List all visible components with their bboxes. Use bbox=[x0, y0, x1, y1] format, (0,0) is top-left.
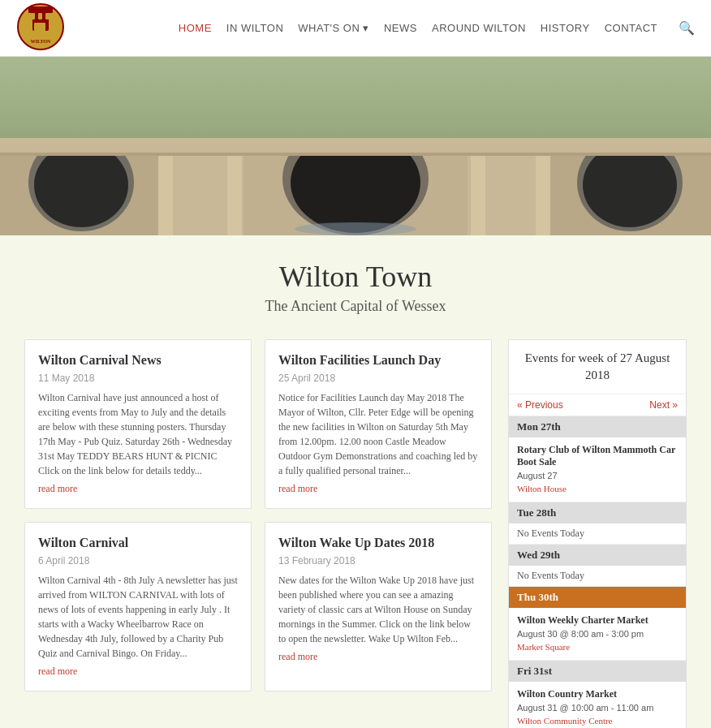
article-title-2: Wilton Carnival bbox=[38, 536, 238, 550]
nav-contact[interactable]: CONTACT bbox=[605, 22, 657, 34]
day-header-2: Wed 29th bbox=[509, 545, 686, 566]
article-card-1: Wilton Facilities Launch Day 25 April 20… bbox=[265, 339, 492, 509]
event-location-3-0[interactable]: Market Square bbox=[517, 642, 570, 652]
logo: WILTON bbox=[16, 2, 65, 54]
svg-rect-23 bbox=[0, 153, 711, 156]
event-date-0-0: August 27 bbox=[517, 471, 678, 480]
events-box: Events for week of 27 August 2018 « Prev… bbox=[508, 339, 687, 728]
articles-column: Wilton Carnival News 11 May 2018 Wilton … bbox=[24, 339, 492, 728]
article-card-2: Wilton Carnival 6 April 2018 Wilton Carn… bbox=[24, 522, 252, 691]
article-excerpt-0: Wilton Carnival have just announced a ho… bbox=[38, 390, 238, 478]
article-excerpt-2: Wilton Carnival 4th - 8th July A newslet… bbox=[38, 573, 238, 661]
event-item-4-0: Wilton Country Market August 31 @ 10:00 … bbox=[509, 682, 686, 728]
search-button[interactable]: 🔍 bbox=[679, 20, 695, 36]
hero-banner bbox=[0, 57, 711, 235]
main-content: Wilton Carnival News 11 May 2018 Wilton … bbox=[0, 331, 711, 728]
event-item-3-0: Wilton Weekly Charter Market August 30 @… bbox=[509, 608, 686, 661]
main-nav: WILTON HOME IN WILTON WHAT'S ON ▾ NEWS A… bbox=[0, 0, 711, 57]
nav-around-wilton[interactable]: AROUND WILTON bbox=[432, 22, 526, 34]
article-card-0: Wilton Carnival News 11 May 2018 Wilton … bbox=[24, 339, 252, 509]
read-more-2[interactable]: read more bbox=[38, 666, 77, 678]
site-subtitle: The Ancient Capital of Wessex bbox=[16, 298, 695, 315]
article-date-3: 13 February 2018 bbox=[278, 555, 478, 566]
hero-arch-svg bbox=[0, 138, 711, 235]
article-excerpt-3: New dates for the Wilton Wake Up 2018 ha… bbox=[278, 573, 478, 646]
article-excerpt-1: Notice for Facilities Launch day May 201… bbox=[278, 390, 478, 478]
article-date-1: 25 April 2018 bbox=[278, 373, 478, 384]
svg-rect-2 bbox=[28, 6, 53, 13]
article-date-2: 6 April 2018 bbox=[38, 555, 238, 566]
article-title-3: Wilton Wake Up Dates 2018 bbox=[278, 536, 478, 550]
event-date-3-0: August 30 @ 8:00 am - 3:00 pm bbox=[517, 629, 678, 639]
read-more-1[interactable]: read more bbox=[278, 483, 317, 495]
event-date-4-0: August 31 @ 10:00 am - 11:00 am bbox=[517, 703, 678, 713]
events-next[interactable]: Next » bbox=[649, 399, 678, 411]
event-location-4-0[interactable]: Wilton Community Centre bbox=[517, 716, 613, 726]
nav-history[interactable]: HISTORY bbox=[541, 22, 590, 34]
svg-point-24 bbox=[295, 222, 416, 235]
article-date-0: 11 May 2018 bbox=[38, 373, 238, 384]
event-title-4-0: Wilton Country Market bbox=[517, 688, 678, 700]
read-more-0[interactable]: read more bbox=[38, 483, 77, 495]
events-prev[interactable]: « Previous bbox=[517, 399, 563, 411]
articles-grid: Wilton Carnival News 11 May 2018 Wilton … bbox=[24, 339, 492, 691]
nav-news[interactable]: NEWS bbox=[384, 22, 417, 34]
svg-rect-3 bbox=[31, 13, 35, 19]
article-card-3: Wilton Wake Up Dates 2018 13 February 20… bbox=[265, 522, 492, 691]
events-title: Events for week of 27 August 2018 bbox=[509, 340, 686, 394]
svg-text:WILTON: WILTON bbox=[31, 39, 51, 44]
events-sidebar: Events for week of 27 August 2018 « Prev… bbox=[508, 339, 687, 728]
events-nav: « Previous Next » bbox=[509, 394, 686, 416]
read-more-3[interactable]: read more bbox=[278, 651, 317, 663]
event-location-0-0[interactable]: Wilton House bbox=[517, 484, 567, 493]
nav-home[interactable]: HOME bbox=[179, 22, 212, 34]
article-title-1: Wilton Facilities Launch Day bbox=[278, 353, 478, 368]
svg-rect-20 bbox=[471, 146, 485, 235]
nav-in-wilton[interactable]: IN WILTON bbox=[226, 22, 283, 34]
nav-links: HOME IN WILTON WHAT'S ON ▾ NEWS AROUND W… bbox=[179, 20, 695, 36]
day-header-1: Tue 28th bbox=[509, 502, 686, 523]
title-section: Wilton Town The Ancient Capital of Wesse… bbox=[0, 235, 711, 331]
site-title: Wilton Town bbox=[16, 260, 695, 294]
event-title-3-0: Wilton Weekly Charter Market bbox=[517, 614, 678, 627]
svg-rect-18 bbox=[158, 146, 173, 235]
svg-rect-21 bbox=[536, 146, 550, 235]
article-title-0: Wilton Carnival News bbox=[38, 353, 238, 368]
event-title-0-0: Rotary Club of Wilton Mammoth Car Boot S… bbox=[517, 444, 678, 468]
day-header-0: Mon 27th bbox=[509, 416, 686, 437]
event-item-0-0: Rotary Club of Wilton Mammoth Car Boot S… bbox=[509, 437, 686, 502]
svg-rect-19 bbox=[227, 146, 242, 235]
no-events-1: No Events Today bbox=[509, 523, 686, 545]
nav-whats-on[interactable]: WHAT'S ON ▾ bbox=[298, 22, 369, 34]
day-header-4: Fri 31st bbox=[509, 661, 686, 682]
no-events-2: No Events Today bbox=[509, 566, 686, 587]
day-header-3: Thu 30th bbox=[509, 587, 686, 608]
svg-rect-5 bbox=[45, 13, 50, 19]
svg-rect-6 bbox=[34, 23, 45, 32]
svg-rect-4 bbox=[38, 13, 42, 19]
